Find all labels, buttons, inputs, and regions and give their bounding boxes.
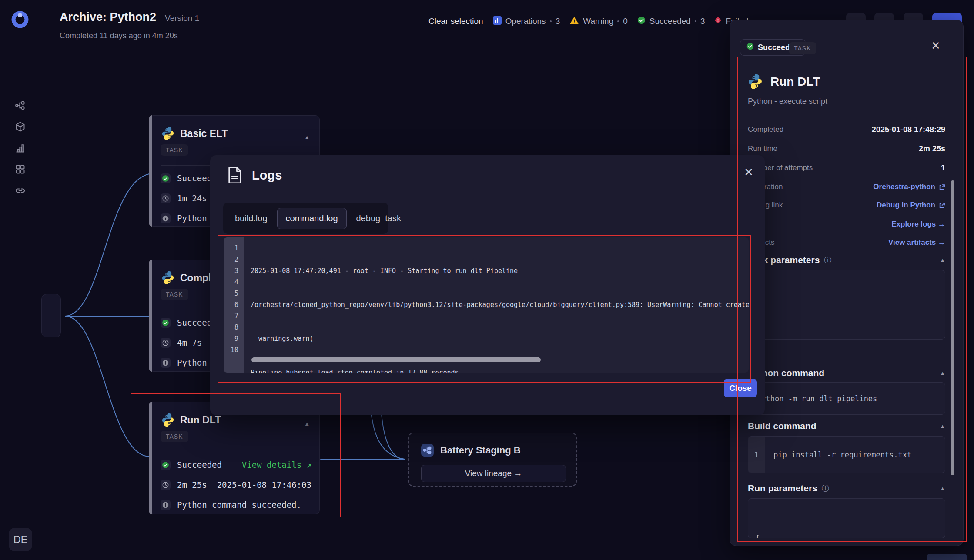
tab-command-log[interactable]: command.log xyxy=(277,208,347,229)
link-text: Debug in Python xyxy=(877,201,935,210)
status-bar: Clear selection Operations 3 Warning 0 xyxy=(428,16,748,27)
tab-build-log[interactable]: build.log xyxy=(226,208,276,229)
line-number: 8 xyxy=(224,322,238,333)
section-title: Run parameters xyxy=(748,483,817,493)
document-icon xyxy=(228,167,242,184)
external-link-icon xyxy=(939,202,945,209)
collapse-icon[interactable]: ▲ xyxy=(940,423,945,430)
card-accent-bar xyxy=(149,402,152,514)
line-number-gutter: 1 xyxy=(748,437,765,473)
kv-row-completed: Completed 2025-01-08 17:48:29 xyxy=(748,124,945,135)
kv-row-runtime: Run time 2m 25s xyxy=(748,143,945,154)
log-line: Pipeline hubspot load step completed in … xyxy=(251,367,749,373)
view-details-link[interactable]: View details ↗ xyxy=(242,460,311,470)
kv-row-artifacts: Artifacts View artifacts → xyxy=(748,237,945,248)
info-icon xyxy=(161,213,171,223)
lineage-card-battery-staging-b[interactable]: Battery Staging B View lineage → xyxy=(408,433,577,487)
corner-widget[interactable] xyxy=(927,554,967,560)
line-number: 1 xyxy=(224,243,238,254)
explore-logs-link[interactable]: Explore logs → xyxy=(891,220,945,229)
line-number: 4 xyxy=(224,277,238,288)
close-icon[interactable]: ✕ xyxy=(931,39,941,53)
clock-icon xyxy=(161,480,171,490)
line-number: 9 xyxy=(224,333,238,344)
nav-metrics-icon[interactable] xyxy=(14,142,26,154)
section-build-command: Build command ▲ xyxy=(748,421,945,431)
python-icon xyxy=(161,271,174,284)
debug-in-python-link[interactable]: Debug in Python xyxy=(877,201,945,210)
code-line: pip install -r requirements.txt xyxy=(773,437,911,473)
line-number: 2 xyxy=(224,254,238,265)
app-logo-icon[interactable] xyxy=(10,10,30,30)
kv-value: 1 xyxy=(941,163,945,173)
page-header: Archive: Python2 Version 1 xyxy=(60,10,199,24)
version-label: Version 1 xyxy=(165,13,199,23)
warning-icon xyxy=(569,16,579,27)
view-lineage-button[interactable]: View lineage → xyxy=(421,465,566,482)
kv-row-logs: Explore logs → xyxy=(748,219,945,230)
card-title: Battery Staging B xyxy=(440,445,521,456)
status-check-icon xyxy=(161,460,171,470)
operations-icon xyxy=(493,16,502,27)
task-card-run-dlt[interactable]: Run DLT ▲ TASK Succeeded View details ↗ … xyxy=(149,402,320,514)
operations-counter[interactable]: Operations 3 xyxy=(493,16,560,27)
lineage-icon xyxy=(421,444,434,457)
timestamp-text: 2025-01-08 17:46:03 xyxy=(217,480,311,490)
card-info-row: Python command succeeded. xyxy=(161,500,311,510)
close-icon[interactable]: ✕ xyxy=(744,166,753,179)
log-horizontal-scrollbar[interactable] xyxy=(251,357,541,362)
section-python-command: Python command ▲ xyxy=(748,368,945,378)
clock-icon xyxy=(161,193,171,203)
modal-header: Logs xyxy=(228,167,282,184)
card-header: Basic ELT xyxy=(161,127,228,140)
nav-pipelines-icon[interactable] xyxy=(14,100,26,111)
nav-products-icon[interactable] xyxy=(14,121,26,133)
warning-count: 0 xyxy=(623,17,628,26)
run-parameters-code: { "cpu": "2 vCPU", "memory": "4 GB", xyxy=(748,498,945,538)
succeeded-icon xyxy=(637,16,646,27)
card-status-row: Succeeded View details ↗ xyxy=(161,460,311,470)
panel-title-row: Run DLT xyxy=(748,74,820,89)
card-header: Run DLT xyxy=(161,413,221,427)
code-line: python -m run_dlt_pipelines xyxy=(757,394,877,403)
close-button[interactable]: Close xyxy=(724,379,757,397)
card-runtime-row: 2m 25s 2025-01-08 17:46:03 xyxy=(161,480,311,490)
runtime-text: 4m 7s xyxy=(177,338,202,347)
clear-selection-button[interactable]: Clear selection xyxy=(428,17,483,26)
succeeded-label: Succeeded xyxy=(649,17,691,26)
status-check-icon xyxy=(161,173,171,183)
collapse-icon[interactable]: ▲ xyxy=(940,370,945,377)
info-icon: ⓘ xyxy=(822,483,829,493)
view-artifacts-link[interactable]: View artifacts → xyxy=(888,238,945,247)
collapse-icon[interactable]: ▲ xyxy=(304,420,310,427)
python-icon xyxy=(161,413,174,427)
page-title: Archive: Python2 xyxy=(60,10,156,24)
logs-modal: Logs ✕ build.log command.log debug_task … xyxy=(210,155,765,415)
warning-counter[interactable]: Warning 0 xyxy=(569,16,628,27)
tab-debug-task[interactable]: debug_task xyxy=(348,208,410,229)
user-avatar[interactable]: DE xyxy=(9,528,32,551)
log-line: warnings.warn( xyxy=(251,333,749,344)
nav-apps-icon[interactable] xyxy=(14,163,26,175)
separator-dot xyxy=(695,20,696,22)
panel-scrollbar[interactable] xyxy=(951,180,954,475)
nav-connections-icon[interactable] xyxy=(14,185,26,197)
status-check-icon xyxy=(161,318,171,328)
collapse-icon[interactable]: ▲ xyxy=(940,257,945,263)
succeeded-icon xyxy=(746,43,754,52)
runtime-text: 1m 24s xyxy=(177,193,207,203)
task-type-tag: TASK xyxy=(161,289,188,300)
operations-count: 3 xyxy=(556,17,560,26)
succeeded-counter[interactable]: Succeeded 3 xyxy=(637,16,705,27)
card-header: Battery Staging B xyxy=(421,444,521,457)
modal-title: Logs xyxy=(252,168,282,183)
collapse-icon[interactable]: ▲ xyxy=(304,134,310,140)
card-divider xyxy=(161,452,311,452)
collapsed-group-node[interactable] xyxy=(41,294,61,337)
build-command-code: 1 pip install -r requirements.txt xyxy=(748,436,945,473)
sidebar-divider xyxy=(9,517,32,517)
separator-dot xyxy=(550,20,552,22)
collapse-icon[interactable]: ▲ xyxy=(940,485,945,492)
integration-link[interactable]: Orchestra-python xyxy=(873,183,945,191)
succeeded-count: 3 xyxy=(700,17,705,26)
